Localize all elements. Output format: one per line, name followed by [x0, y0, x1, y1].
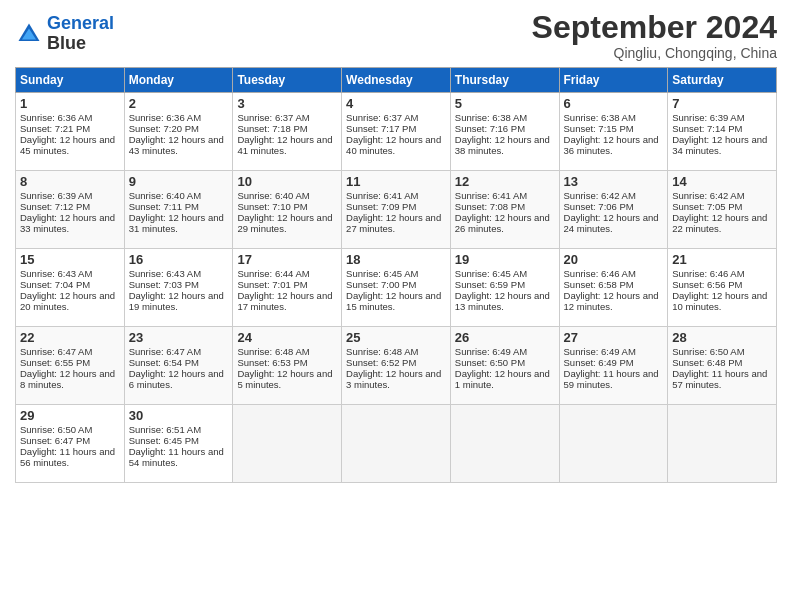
sunrise-label: Sunrise: 6:46 AM — [564, 268, 636, 279]
calendar-week-3: 15Sunrise: 6:43 AMSunset: 7:04 PMDayligh… — [16, 249, 777, 327]
sunset-label: Sunset: 6:56 PM — [672, 279, 742, 290]
daylight-label: Daylight: 12 hours and 5 minutes. — [237, 368, 332, 390]
day-cell-17: 17Sunrise: 6:44 AMSunset: 7:01 PMDayligh… — [233, 249, 342, 327]
daylight-label: Daylight: 11 hours and 56 minutes. — [20, 446, 115, 468]
day-cell-10: 10Sunrise: 6:40 AMSunset: 7:10 PMDayligh… — [233, 171, 342, 249]
sunrise-label: Sunrise: 6:42 AM — [564, 190, 636, 201]
calendar-week-2: 8Sunrise: 6:39 AMSunset: 7:12 PMDaylight… — [16, 171, 777, 249]
daylight-label: Daylight: 12 hours and 15 minutes. — [346, 290, 441, 312]
empty-cell — [342, 405, 451, 483]
title-block: September 2024 Qingliu, Chongqing, China — [532, 10, 777, 61]
sunrise-label: Sunrise: 6:41 AM — [346, 190, 418, 201]
sunrise-label: Sunrise: 6:47 AM — [20, 346, 92, 357]
sunset-label: Sunset: 6:52 PM — [346, 357, 416, 368]
sunrise-label: Sunrise: 6:45 AM — [346, 268, 418, 279]
day-cell-6: 6Sunrise: 6:38 AMSunset: 7:15 PMDaylight… — [559, 93, 668, 171]
day-cell-1: 1Sunrise: 6:36 AMSunset: 7:21 PMDaylight… — [16, 93, 125, 171]
sunset-label: Sunset: 7:05 PM — [672, 201, 742, 212]
daylight-label: Daylight: 12 hours and 19 minutes. — [129, 290, 224, 312]
sunset-label: Sunset: 6:59 PM — [455, 279, 525, 290]
day-cell-20: 20Sunrise: 6:46 AMSunset: 6:58 PMDayligh… — [559, 249, 668, 327]
sunset-label: Sunset: 6:47 PM — [20, 435, 90, 446]
empty-cell — [559, 405, 668, 483]
day-cell-11: 11Sunrise: 6:41 AMSunset: 7:09 PMDayligh… — [342, 171, 451, 249]
location-title: Qingliu, Chongqing, China — [532, 45, 777, 61]
daylight-label: Daylight: 12 hours and 38 minutes. — [455, 134, 550, 156]
day-number: 15 — [20, 252, 120, 267]
day-cell-9: 9Sunrise: 6:40 AMSunset: 7:11 PMDaylight… — [124, 171, 233, 249]
day-number: 26 — [455, 330, 555, 345]
sunset-label: Sunset: 7:10 PM — [237, 201, 307, 212]
col-sunday: Sunday — [16, 68, 125, 93]
sunset-label: Sunset: 7:06 PM — [564, 201, 634, 212]
day-number: 2 — [129, 96, 229, 111]
daylight-label: Daylight: 12 hours and 26 minutes. — [455, 212, 550, 234]
col-wednesday: Wednesday — [342, 68, 451, 93]
sunset-label: Sunset: 7:03 PM — [129, 279, 199, 290]
sunrise-label: Sunrise: 6:42 AM — [672, 190, 744, 201]
sunrise-label: Sunrise: 6:38 AM — [455, 112, 527, 123]
sunset-label: Sunset: 7:17 PM — [346, 123, 416, 134]
day-cell-5: 5Sunrise: 6:38 AMSunset: 7:16 PMDaylight… — [450, 93, 559, 171]
calendar-week-4: 22Sunrise: 6:47 AMSunset: 6:55 PMDayligh… — [16, 327, 777, 405]
daylight-label: Daylight: 12 hours and 17 minutes. — [237, 290, 332, 312]
daylight-label: Daylight: 12 hours and 8 minutes. — [20, 368, 115, 390]
sunrise-label: Sunrise: 6:39 AM — [20, 190, 92, 201]
daylight-label: Daylight: 12 hours and 36 minutes. — [564, 134, 659, 156]
day-number: 3 — [237, 96, 337, 111]
day-number: 24 — [237, 330, 337, 345]
sunset-label: Sunset: 7:01 PM — [237, 279, 307, 290]
daylight-label: Daylight: 12 hours and 3 minutes. — [346, 368, 441, 390]
sunrise-label: Sunrise: 6:40 AM — [129, 190, 201, 201]
day-number: 6 — [564, 96, 664, 111]
col-thursday: Thursday — [450, 68, 559, 93]
day-cell-18: 18Sunrise: 6:45 AMSunset: 7:00 PMDayligh… — [342, 249, 451, 327]
day-number: 28 — [672, 330, 772, 345]
daylight-label: Daylight: 12 hours and 22 minutes. — [672, 212, 767, 234]
sunrise-label: Sunrise: 6:43 AM — [20, 268, 92, 279]
sunset-label: Sunset: 6:49 PM — [564, 357, 634, 368]
day-cell-21: 21Sunrise: 6:46 AMSunset: 6:56 PMDayligh… — [668, 249, 777, 327]
day-cell-3: 3Sunrise: 6:37 AMSunset: 7:18 PMDaylight… — [233, 93, 342, 171]
day-cell-29: 29Sunrise: 6:50 AMSunset: 6:47 PMDayligh… — [16, 405, 125, 483]
day-number: 5 — [455, 96, 555, 111]
col-monday: Monday — [124, 68, 233, 93]
calendar-table: Sunday Monday Tuesday Wednesday Thursday… — [15, 67, 777, 483]
sunset-label: Sunset: 7:16 PM — [455, 123, 525, 134]
sunset-label: Sunset: 6:58 PM — [564, 279, 634, 290]
sunset-label: Sunset: 6:45 PM — [129, 435, 199, 446]
day-cell-27: 27Sunrise: 6:49 AMSunset: 6:49 PMDayligh… — [559, 327, 668, 405]
header-row: Sunday Monday Tuesday Wednesday Thursday… — [16, 68, 777, 93]
day-cell-24: 24Sunrise: 6:48 AMSunset: 6:53 PMDayligh… — [233, 327, 342, 405]
sunset-label: Sunset: 7:21 PM — [20, 123, 90, 134]
sunset-label: Sunset: 7:15 PM — [564, 123, 634, 134]
calendar-week-5: 29Sunrise: 6:50 AMSunset: 6:47 PMDayligh… — [16, 405, 777, 483]
day-number: 16 — [129, 252, 229, 267]
sunrise-label: Sunrise: 6:40 AM — [237, 190, 309, 201]
col-tuesday: Tuesday — [233, 68, 342, 93]
sunrise-label: Sunrise: 6:43 AM — [129, 268, 201, 279]
day-number: 11 — [346, 174, 446, 189]
day-cell-19: 19Sunrise: 6:45 AMSunset: 6:59 PMDayligh… — [450, 249, 559, 327]
calendar-week-1: 1Sunrise: 6:36 AMSunset: 7:21 PMDaylight… — [16, 93, 777, 171]
daylight-label: Daylight: 12 hours and 1 minute. — [455, 368, 550, 390]
day-number: 23 — [129, 330, 229, 345]
sunrise-label: Sunrise: 6:48 AM — [346, 346, 418, 357]
sunrise-label: Sunrise: 6:44 AM — [237, 268, 309, 279]
sunset-label: Sunset: 6:50 PM — [455, 357, 525, 368]
day-number: 7 — [672, 96, 772, 111]
daylight-label: Daylight: 12 hours and 29 minutes. — [237, 212, 332, 234]
day-cell-16: 16Sunrise: 6:43 AMSunset: 7:03 PMDayligh… — [124, 249, 233, 327]
empty-cell — [233, 405, 342, 483]
day-number: 19 — [455, 252, 555, 267]
daylight-label: Daylight: 12 hours and 27 minutes. — [346, 212, 441, 234]
sunset-label: Sunset: 6:54 PM — [129, 357, 199, 368]
daylight-label: Daylight: 12 hours and 45 minutes. — [20, 134, 115, 156]
sunset-label: Sunset: 7:09 PM — [346, 201, 416, 212]
daylight-label: Daylight: 11 hours and 59 minutes. — [564, 368, 659, 390]
header: General Blue September 2024 Qingliu, Cho… — [15, 10, 777, 61]
sunrise-label: Sunrise: 6:37 AM — [346, 112, 418, 123]
day-number: 29 — [20, 408, 120, 423]
sunset-label: Sunset: 7:12 PM — [20, 201, 90, 212]
day-number: 9 — [129, 174, 229, 189]
